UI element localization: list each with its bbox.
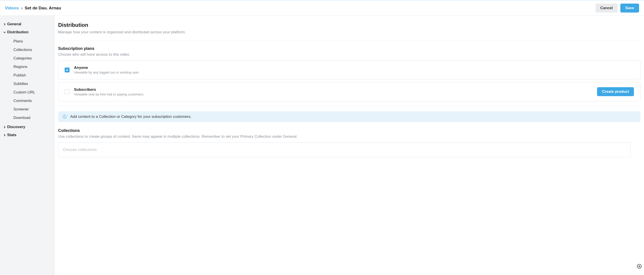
plans-heading: Subscription plans (58, 46, 640, 51)
sidebar-section-distribution[interactable]: Distribution (0, 28, 54, 36)
plan-title: Subscribers (74, 88, 592, 92)
plan-option-subscribers[interactable]: Subscribers Viewable only by free trial … (58, 82, 640, 101)
checkbox-anyone[interactable] (64, 68, 70, 72)
chevron-down-icon (3, 31, 6, 34)
divider (58, 106, 640, 106)
sidebar-section-label: Distribution (7, 30, 28, 34)
sidebar-item-plans[interactable]: Plans (0, 37, 54, 46)
sidebar-section-general[interactable]: General (0, 20, 54, 28)
sidebar-item-regions[interactable]: Regions (0, 62, 54, 71)
top-actions: Cancel Save (596, 4, 639, 12)
sidebar-section-label: Stats (7, 133, 16, 137)
collections-select[interactable]: Choose collections (58, 142, 630, 157)
sidebar-item-subtitles[interactable]: Subtitles (0, 80, 54, 88)
breadcrumb-current: Set de Dau. Arnau (24, 6, 61, 10)
plans-subheading: Choose who will have access to this vide… (58, 52, 640, 57)
page-subtitle: Manage how your content is organized and… (58, 30, 640, 34)
sidebar-item-download[interactable]: Download (0, 114, 54, 122)
collections-heading: Collections (58, 128, 640, 133)
collections-subheading: Use collections to create groups of cont… (58, 134, 640, 139)
breadcrumb: Videos › Set de Dau. Arnau (5, 6, 61, 10)
plan-desc: Viewable by any logged out or existing u… (74, 70, 634, 74)
checkbox-subscribers[interactable] (64, 89, 70, 94)
add-icon[interactable] (637, 264, 642, 269)
sidebar-section-stats[interactable]: Stats (0, 131, 54, 139)
create-product-button[interactable]: Create product (597, 87, 634, 96)
sidebar-section-discovery[interactable]: Discovery (0, 123, 54, 131)
cancel-button[interactable]: Cancel (596, 4, 618, 12)
sidebar-item-comments[interactable]: Comments (0, 96, 54, 105)
chevron-right-icon (3, 126, 6, 128)
sidebar-item-categories[interactable]: Categories (0, 54, 54, 62)
sidebar-item-screener[interactable]: Screener (0, 105, 54, 114)
info-text: Add content to a Collection or Category … (70, 114, 192, 119)
plan-option-anyone[interactable]: Anyone Viewable by any logged out or exi… (58, 60, 640, 79)
sidebar-subitems-distribution: Plans Collections Categories Regions Pub… (0, 36, 54, 123)
info-banner: Add content to a Collection or Category … (58, 111, 640, 122)
sidebar-item-collections[interactable]: Collections (0, 46, 54, 54)
main-content: Distribution Manage how your content is … (54, 16, 644, 275)
plan-title: Anyone (74, 66, 634, 70)
divider (58, 41, 640, 41)
svg-rect-2 (64, 116, 65, 118)
topbar: Videos › Set de Dau. Arnau Cancel Save (0, 0, 644, 16)
chevron-right-icon (3, 23, 6, 26)
sidebar-section-label: General (7, 22, 21, 26)
svg-point-1 (64, 116, 65, 116)
info-icon (62, 115, 67, 119)
chevron-right-icon: › (21, 6, 22, 10)
save-button[interactable]: Save (620, 4, 639, 12)
page-title: Distribution (58, 22, 640, 28)
sidebar: General Distribution Plans Collections C… (0, 16, 54, 275)
plan-text: Subscribers Viewable only by free trial … (74, 88, 592, 96)
chevron-right-icon (3, 134, 6, 136)
breadcrumb-root-link[interactable]: Videos (5, 6, 19, 10)
sidebar-section-label: Discovery (7, 125, 25, 129)
plan-desc: Viewable only by free trial or paying cu… (74, 92, 592, 96)
sidebar-item-publish[interactable]: Publish (0, 71, 54, 80)
plan-text: Anyone Viewable by any logged out or exi… (74, 66, 634, 74)
sidebar-item-custom-url[interactable]: Custom URL (0, 88, 54, 96)
